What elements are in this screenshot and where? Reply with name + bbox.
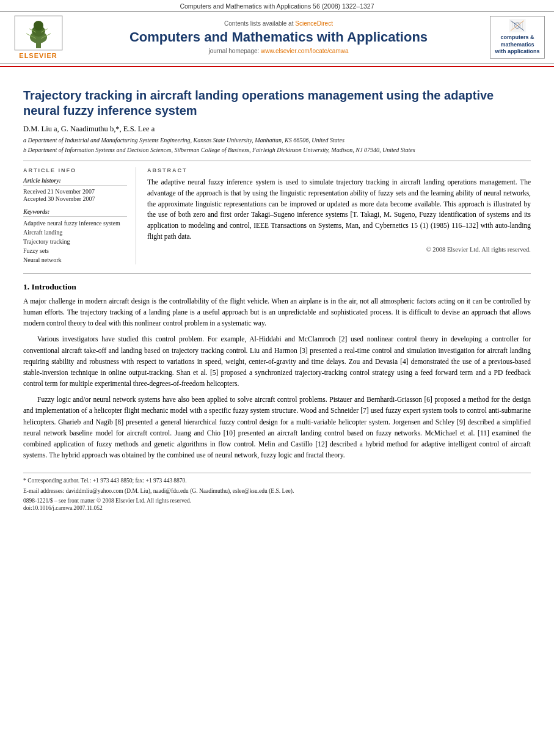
accepted-date: Accepted 30 November 2007	[23, 195, 127, 202]
introduction-heading: 1. Introduction	[23, 282, 531, 292]
affiliation-a: a Department of Industrial and Manufactu…	[23, 136, 531, 145]
journal-homepage-line: journal homepage: www.elsevier.com/locat…	[70, 48, 487, 54]
article-history-label: Article history:	[23, 177, 127, 186]
abstract-copyright: © 2008 Elsevier Ltd. All rights reserved…	[147, 246, 531, 253]
journal-title-center: Contents lists available at ScienceDirec…	[70, 20, 487, 54]
section-divider-2	[23, 273, 531, 274]
journal-meta-line: Computers and Mathematics with Applicati…	[0, 0, 554, 11]
section-divider-1	[23, 161, 531, 161]
journal-banner: ELSEVIER Contents lists available at Sci…	[0, 11, 554, 64]
affiliation-b: b Department of Information Systems and …	[23, 146, 531, 154]
journal-header: Computers and Mathematics with Applicati…	[0, 0, 554, 67]
received-date: Received 21 November 2007	[23, 188, 127, 195]
journal-logo-right: computers &mathematicswith applications	[487, 16, 548, 59]
abstract-column: ABSTRACT The adaptive neural fuzzy infer…	[147, 167, 531, 264]
keyword-1: Adaptive neural fuzzy inference system	[23, 219, 127, 228]
sciencedirect-link[interactable]: ScienceDirect	[295, 20, 333, 27]
logo-box-title: computers &mathematicswith applications	[495, 34, 539, 56]
keywords-section: Keywords: Adaptive neural fuzzy inferenc…	[23, 208, 127, 264]
introduction-section: 1. Introduction A major challenge in mod…	[23, 282, 531, 460]
article-info-column: ARTICLE INFO Article history: Received 2…	[23, 167, 136, 264]
homepage-url[interactable]: www.elsevier.com/locate/camwa	[261, 48, 348, 54]
keywords-label: Keywords:	[23, 208, 127, 217]
contents-available-line: Contents lists available at ScienceDirec…	[70, 20, 487, 27]
doi-line: doi:10.1016/j.camwa.2007.11.052	[23, 505, 531, 511]
article-body: Trajectory tracking in aircraft landing …	[0, 67, 554, 523]
svg-point-3	[34, 21, 43, 31]
keyword-3: Trajectory tracking	[23, 237, 127, 246]
intro-paragraph-1: A major challenge in modern aircraft des…	[23, 296, 531, 329]
elsevier-logo: ELSEVIER	[6, 15, 70, 59]
article-title: Trajectory tracking in aircraft landing …	[23, 88, 531, 118]
keyword-2: Aircraft landing	[23, 228, 127, 237]
abstract-text: The adaptive neural fuzzy inference syst…	[147, 177, 531, 242]
article-info-section-label: ARTICLE INFO	[23, 167, 127, 173]
logo-graphic-icon	[502, 19, 533, 32]
keyword-4: Fuzzy sets	[23, 246, 127, 255]
corresponding-footnote: * Corresponding author. Tel.: +1 973 443…	[23, 477, 531, 485]
elsevier-tree-icon	[14, 15, 63, 51]
journal-logo-box: computers &mathematicswith applications	[490, 16, 545, 59]
article-info-abstract-section: ARTICLE INFO Article history: Received 2…	[23, 167, 531, 264]
email-footnote: E-mail addresses: daviddmliu@yahoo.com (…	[23, 487, 531, 496]
journal-title-text: Computers and Mathematics with Applicati…	[70, 29, 487, 45]
footnote-area: * Corresponding author. Tel.: +1 973 443…	[23, 473, 531, 511]
keyword-5: Neural network	[23, 255, 127, 264]
intro-paragraph-2: Various investigators have studied this …	[23, 333, 531, 389]
abstract-section-label: ABSTRACT	[147, 167, 531, 173]
authors-line: D.M. Liu a, G. Naadimuthu b,*, E.S. Lee …	[23, 125, 531, 134]
elsevier-brand: ELSEVIER	[19, 52, 57, 59]
intro-paragraph-3: Fuzzy logic and/or neural network system…	[23, 394, 531, 460]
copyright-footnote: 0898-1221/$ – see front matter © 2008 El…	[23, 498, 531, 504]
